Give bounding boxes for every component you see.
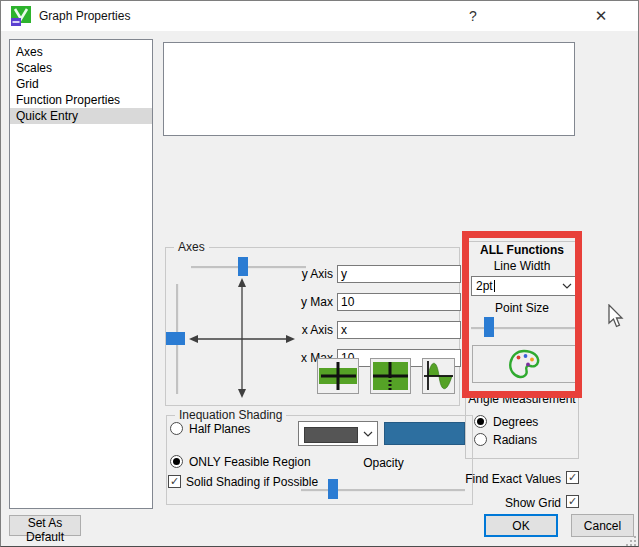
half-planes-radio[interactable] (170, 422, 183, 435)
degrees-radio[interactable] (474, 415, 487, 428)
show-grid-checkbox[interactable]: ✓ (566, 495, 579, 508)
show-grid-label: Show Grid (441, 496, 561, 510)
axes-group-title: Axes (174, 240, 209, 254)
line-width-combobox[interactable]: 2pt (471, 276, 577, 296)
only-feasible-radio[interactable] (170, 455, 183, 468)
sidebar-item-function-properties[interactable]: Function Properties (10, 92, 152, 108)
mouse-cursor (607, 304, 624, 329)
x-axis-input[interactable]: x (337, 321, 461, 339)
shade-color-button[interactable] (384, 422, 465, 445)
gray-color-swatch (304, 427, 358, 443)
axes-crosshair-icon (186, 273, 301, 403)
cancel-button[interactable]: Cancel (571, 514, 634, 537)
app-icon (11, 6, 31, 26)
axes-style-partial-button[interactable] (317, 358, 359, 394)
opacity-slider-track[interactable] (301, 489, 465, 492)
category-list: Axes Scales Grid Function Properties Qui… (9, 39, 153, 509)
chevron-down-icon (562, 283, 572, 289)
graph-properties-dialog: Graph Properties ? ✕ Axes Scales Grid Fu… (0, 0, 639, 547)
x-axis-label: x Axis (285, 323, 333, 337)
y-axis-input[interactable]: y (337, 265, 461, 283)
sidebar-item-axes[interactable]: Axes (10, 44, 152, 60)
check-icon: ✓ (568, 495, 577, 507)
half-planes-label: Half Planes (189, 422, 250, 436)
text-caret (494, 280, 495, 292)
quick-entry-box[interactable] (163, 42, 575, 136)
solid-shading-checkbox[interactable]: ✓ (168, 475, 181, 488)
axes-style-function-button[interactable] (422, 358, 455, 394)
sidebar-item-scales[interactable]: Scales (10, 60, 152, 76)
radians-radio[interactable] (474, 433, 487, 446)
line-width-value: 2pt (476, 279, 493, 293)
point-size-slider-handle[interactable] (484, 317, 494, 337)
degrees-label: Degrees (493, 415, 538, 429)
function-plot-icon (423, 359, 454, 393)
palette-icon (506, 347, 542, 381)
shade-style-dropdown[interactable] (298, 421, 378, 446)
all-functions-title: ALL Functions (465, 243, 579, 257)
color-palette-button[interactable] (472, 345, 576, 383)
radians-label: Radians (493, 433, 537, 447)
ok-button[interactable]: OK (484, 514, 558, 537)
inequation-group-title: Inequation Shading (175, 408, 286, 422)
chevron-down-icon (363, 431, 373, 437)
y-max-input[interactable]: 10 (337, 293, 461, 311)
point-size-label: Point Size (465, 301, 579, 315)
sidebar-item-grid[interactable]: Grid (10, 76, 152, 92)
y-position-slider-handle[interactable] (166, 332, 185, 345)
radio-dot (173, 458, 180, 465)
opacity-label: Opacity (356, 456, 411, 470)
set-as-default-button[interactable]: Set As Default (9, 515, 81, 536)
only-feasible-label: ONLY Feasible Region (189, 455, 311, 469)
axes-partial-icon (318, 359, 358, 393)
sidebar-item-quick-entry[interactable]: Quick Entry (10, 108, 152, 124)
radio-dot (477, 418, 484, 425)
close-button[interactable]: ✕ (578, 1, 624, 31)
check-icon: ✓ (170, 475, 179, 487)
find-exact-values-label: Find Exact Values (441, 472, 561, 486)
y-max-label: y Max (285, 295, 333, 309)
resize-grip[interactable] (624, 535, 638, 546)
axes-full-icon (371, 359, 410, 393)
check-icon: ✓ (568, 471, 577, 483)
window-title: Graph Properties (39, 9, 130, 23)
help-button[interactable]: ? (451, 1, 495, 31)
find-exact-values-checkbox[interactable]: ✓ (566, 471, 579, 484)
title-bar[interactable]: Graph Properties ? ✕ (1, 1, 638, 31)
opacity-slider-handle[interactable] (328, 479, 338, 499)
solid-shading-label: Solid Shading if Possible (186, 475, 318, 489)
axes-style-full-button[interactable] (370, 358, 411, 394)
line-width-label: Line Width (465, 259, 579, 273)
y-axis-label: y Axis (285, 267, 333, 281)
angle-measurement-title: Angle Measurement (465, 392, 579, 406)
